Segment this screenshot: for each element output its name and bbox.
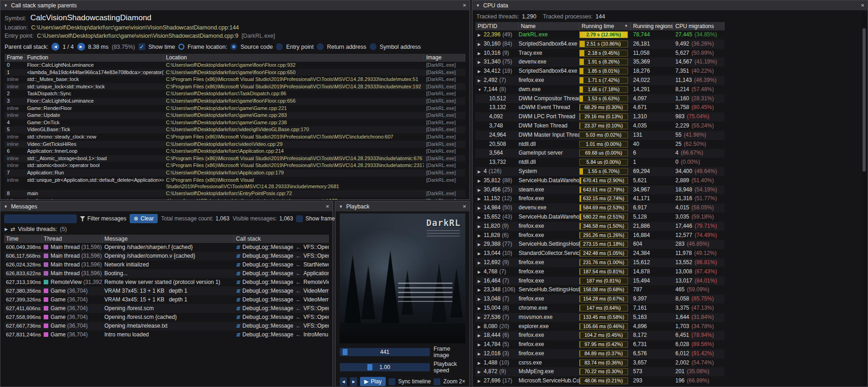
close-icon[interactable]: × [463,2,466,9]
cpu-process-row[interactable]: ▶8,080(20) explorer.exe 105.66 ms (0.46%… [475,322,725,331]
callstack-frame-row[interactable]: 5 VideoGLBase::Tick C:\Users\wolf\Deskto… [5,126,465,133]
cpu-process-row[interactable]: 13,732 ntdll.dll 5.84 us (0.00%) 1 0(0.0… [475,158,725,167]
message-callstack[interactable]: ≣DebugLog::Message←Application: [234,269,329,278]
callstack-frame-row[interactable]: 2 TaskDispatch::Sync C:\Users\wolf\Deskt… [5,90,465,98]
expand-icon[interactable]: ▶ [478,177,484,185]
cpu-process-row[interactable]: ▶11,820(9) firefox.exe 346.58 ms (1.50%)… [475,222,725,231]
cpu-process-row[interactable]: 4,092 DWM LPC Port Thread 29.16 ms (0.13… [475,112,725,121]
expand-icon[interactable]: ▶ [478,295,484,304]
column-pid-tid[interactable]: PID/TID [475,22,519,30]
callstack-frame-row[interactable]: inline std::_Mutex_base::lock C:\Program… [5,76,465,83]
expand-icon[interactable]: ▶ [478,240,484,249]
cpu-process-row[interactable]: ▶12,692(9) firefox.exe 231.76 ms (1.00%)… [475,258,725,267]
cpu-process-row[interactable]: ▶11,152(12) firefox.exe 632.15 ms (2.74%… [475,194,725,203]
expand-icon[interactable]: ▶ [478,49,484,58]
expand-icon[interactable]: ▶ [478,231,484,240]
expand-icon[interactable]: ▶ [478,76,484,85]
callstack-frame-row[interactable]: 0 Floor::CalcLightNoLuminance C:\Users\w… [5,62,465,69]
expand-icon[interactable]: ▶ [478,204,484,213]
next-frame-button[interactable]: ▶ [350,377,357,386]
collapse-icon[interactable]: ▼ [4,3,8,8]
expand-icon[interactable]: ▶ [478,350,484,358]
clear-button[interactable]: ⊗ Clear [130,214,158,223]
cpu-process-row[interactable]: 24,964 DWM Master Input Thread 5.03 ms (… [475,131,725,140]
sync-timeline-checkbox[interactable] [388,378,395,385]
cpu-process-row[interactable]: ▶35,812(88) ServiceHub.DataWarehou 670.4… [475,176,725,185]
collapse-icon[interactable]: ▼ [339,204,343,209]
expand-icon[interactable]: ▶ [478,40,484,49]
filter-input[interactable] [4,214,77,223]
message-callstack[interactable]: ≣DebugLog::Message←VFS::Open [234,252,329,260]
expand-icon[interactable]: ▶ [478,195,484,203]
cpu-process-row[interactable]: ▶30,160(84) ScriptedSandbox64.exe 2.51 s… [475,40,725,49]
radio-symbol-address[interactable] [370,43,377,50]
close-icon[interactable]: × [326,203,329,210]
cpu-process-row[interactable]: 3,564 GameInput server 69.68 us (0.00%) … [475,149,725,158]
expand-icon[interactable]: ▶ [478,304,484,313]
callstack-frame-row[interactable]: inline Game::RenderFloor C:\Users\wolf\D… [5,105,465,112]
cpu-process-row[interactable]: ▶23,348(106) ServiceHub.SettingsHost 158… [475,285,725,295]
callstack-frame-row[interactable]: 3 Floor::CalcLightNoLuminance C:\Users\w… [5,98,465,105]
radio-source-code[interactable] [230,43,237,50]
expand-icon[interactable]: ▶ [478,331,484,340]
callstack-frame-row[interactable]: inline Video::GetTicksHiRes C:\Users\wol… [5,141,465,148]
collapse-icon[interactable]: ▼ [476,3,480,8]
expand-icon[interactable]: ▶ [478,31,484,40]
cpu-process-row[interactable]: ▶14,984(50) devenv.exe 584.69 ms (2.53%)… [475,203,725,213]
expand-icon[interactable]: ▶ [478,368,484,376]
message-row[interactable]: 606,049,398ns Main thread (31,596) Openi… [4,243,329,252]
callstack-frame-row[interactable]: inline Game::Update C:\Users\wolf\Deskto… [5,112,465,119]
message-callstack[interactable]: ≣DebugLog::Message←RemoteViev [234,278,329,287]
cpu-process-row[interactable]: ▶15,004(8) chrome.exe 147 ms (0.64%) 7,1… [475,304,725,313]
show-frame-checkbox[interactable] [296,215,303,222]
message-callstack[interactable]: ≣DebugLog::Message←VideoMemo [234,295,329,304]
callstack-frame-row[interactable]: inline std::chrono::steady_clock::now C:… [5,133,465,141]
expand-icon[interactable]: ▶ [478,377,484,386]
column-running-regions[interactable]: Running regions [631,22,673,30]
playback-titlebar[interactable]: ▼ Playback × [336,202,469,212]
cpu-process-row[interactable]: 3,748 DWM Token Thread 23.37 ms (0.10%) … [475,121,725,131]
callstack-frame-row[interactable]: inline invoke_main d:\agent\_work\63\s\s… [5,197,465,200]
expand-icon[interactable]: ▶ [478,313,484,322]
message-row[interactable]: 627,313,190ns RemoteView (31,392) Remote… [4,278,329,287]
zoom-checkbox[interactable] [434,378,440,385]
message-callstack[interactable]: ≣DebugLog::Message←VideoMemo [234,287,329,295]
frame-slider[interactable]: 441 [340,348,430,356]
cpu-process-row[interactable]: ▶13,048(7) firefox.exe 154.28 ms (0.67%)… [475,295,725,304]
cpu-process-row[interactable]: ▶34,412(18) ScriptedSandbox64.exe 1.85 s… [475,67,725,76]
message-callstack[interactable]: ≣DebugLog::Message←StartNetwo [234,260,329,269]
cpu-process-row[interactable]: 10,512 DWM Compositor Thread 1.53 s (6.6… [475,94,725,104]
cpu-process-row[interactable]: ▶18,444(6) firefox.exe 104.2 ms (0.45%) … [475,331,725,340]
expand-icon[interactable]: ▶ [478,186,484,195]
prev-parent-button[interactable]: ◀ [51,43,59,51]
callstack-frame-row[interactable]: 1 <lambda_84a19dc444fae966ca174e83e708bd… [5,69,465,76]
message-row[interactable]: 626,024,328ns Main thread (31,596) Netwo… [4,260,329,269]
callstack-frame-row[interactable]: 7 Application::Run C:\Users\wolf\Desktop… [5,169,465,177]
message-callstack[interactable]: ≣DebugLog::Message←VFS::Open [234,322,329,330]
message-row[interactable]: 627,667,736ns Game (36,704) Opening /met… [4,322,329,330]
scrollbar-thumb[interactable] [862,28,866,172]
cpu-process-row[interactable]: ▶13,044(10) StandardCollector.Servic 242… [475,249,725,258]
message-row[interactable]: 627,399,326ns Game (36,704) VRAM 43x45: … [4,295,329,304]
filter-messages-button[interactable]: Filter messages [80,215,126,222]
play-button[interactable]: ▶ Play [360,377,386,386]
callstack-frame-row[interactable]: inline std::unique_lock<std::mutex>::loc… [5,83,465,91]
expand-icon[interactable]: ▶ [478,286,484,295]
expand-icon[interactable]: ▶ [478,168,484,176]
message-row[interactable]: 626,833,622ns Main thread (31,596) Booti… [4,269,329,278]
radio-return-address[interactable] [317,43,324,50]
cpu-process-row[interactable]: ▶11,828(6) firefox.exe 291.26 ms (1.26%)… [475,231,725,240]
expand-icon[interactable]: ▶ [478,213,484,222]
cpu-process-row[interactable]: 20,508 ntdll.dll 1.01 ms (0.00%) 40 25(6… [475,140,725,149]
cpu-process-row[interactable]: ▶4,768(7) firefox.exe 187.54 ms (0.81%) … [475,267,725,277]
prev-frame-button[interactable]: ◀ [340,377,347,386]
collapse-icon[interactable]: ▼ [4,204,8,209]
radio-entry-point[interactable] [276,43,283,50]
message-row[interactable]: 627,380,356ns Game (36,704) VRAM 37x45: … [4,287,329,295]
callstack-frame-row[interactable]: inline std::_Atomic_storage<bool,1>::loa… [5,155,465,162]
expand-icon[interactable]: ▶ [478,268,484,277]
cpu-titlebar[interactable]: ▼ CPU data × [473,0,868,11]
speed-slider[interactable]: 1.00 [340,363,430,371]
cpu-process-row[interactable]: ▶15,652(43) ServiceHub.DataWarehou 580.2… [475,213,725,222]
callstack-frame-row[interactable]: 8 main C:\Users\wolf\Desktop\darkrl\src\… [5,190,465,197]
